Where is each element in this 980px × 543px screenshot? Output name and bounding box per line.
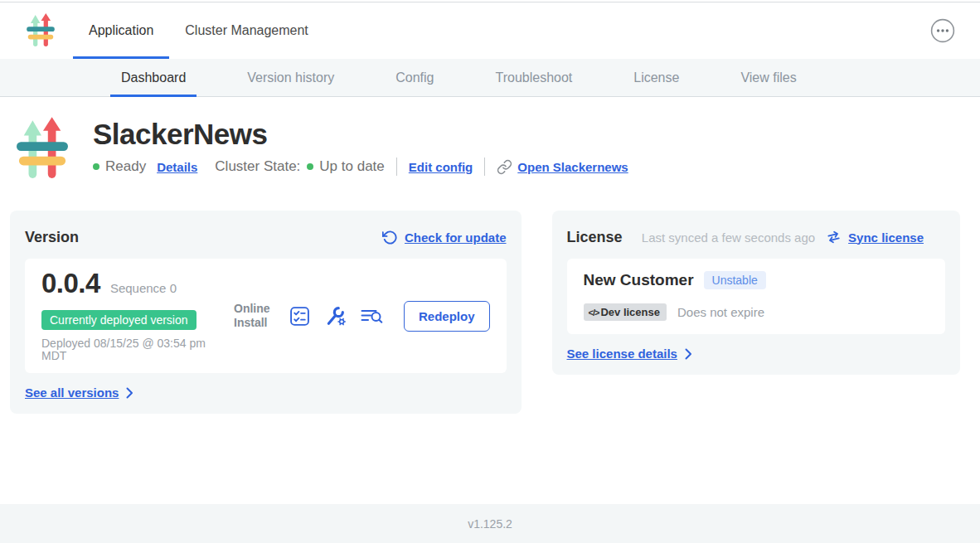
primary-tabs: Application Cluster Management [89, 2, 340, 59]
license-type-tag: </> Dev license [584, 303, 667, 321]
sequence-label: Sequence 0 [110, 274, 177, 303]
current-version-panel: 0.0.4 Sequence 0 Currently deployed vers… [25, 259, 507, 373]
cluster-state-dot [307, 163, 313, 170]
app-icon [17, 117, 68, 182]
last-synced-text: Last synced a few seconds ago [642, 230, 815, 245]
code-icon: </> [589, 308, 599, 318]
channel-badge: Unstable [704, 271, 766, 289]
subnav-version-history-label: Version history [247, 70, 334, 85]
chevron-right-icon [126, 387, 133, 399]
open-app-link[interactable]: Open Slackernews [497, 159, 628, 175]
divider [396, 158, 397, 176]
tab-cluster-management-label: Cluster Management [185, 23, 308, 38]
redeploy-button[interactable]: Redeploy [404, 301, 490, 332]
license-card-title: License [567, 229, 623, 246]
dashboard-cards: Version Check for update 0.0.4 Sequence … [0, 182, 980, 414]
subnav-dashboard[interactable]: Dashboard [121, 59, 186, 96]
swap-arrows-icon [824, 228, 843, 246]
sync-license-link[interactable]: Sync license [848, 230, 924, 245]
app-logo-icon[interactable] [27, 13, 55, 48]
divider [484, 158, 485, 176]
cluster-state-text: Up to date [319, 158, 384, 175]
deployed-timestamp: Deployed 08/15/25 @ 03:54 pm MDT [41, 337, 211, 362]
page-title: SlackerNews [93, 117, 628, 152]
preflight-checks-button[interactable] [289, 306, 310, 327]
license-expiry-text: Does not expire [677, 305, 764, 319]
subnav-version-history[interactable]: Version history [247, 59, 334, 96]
app-status-text: Ready [105, 158, 146, 175]
see-license-details-label: See license details [567, 347, 677, 361]
rotate-ccw-icon [382, 230, 398, 245]
status-details-link[interactable]: Details [157, 160, 197, 174]
app-subnav: Dashboard Version history Config Trouble… [0, 59, 980, 97]
version-card: Version Check for update 0.0.4 Sequence … [10, 211, 522, 414]
subnav-view-files-label: View files [740, 70, 796, 85]
license-card: License Last synced a few seconds ago Sy… [552, 211, 960, 375]
main-content: SlackerNews Ready Details Cluster State:… [0, 97, 980, 414]
version-card-title: Version [25, 229, 79, 246]
deploy-logs-button[interactable] [360, 306, 384, 326]
customer-name: New Customer [584, 271, 694, 289]
check-for-update-link[interactable]: Check for update [405, 230, 507, 245]
subnav-config[interactable]: Config [395, 59, 434, 96]
license-type-label: Dev license [600, 306, 660, 318]
tab-application[interactable]: Application [89, 2, 153, 59]
checklist-icon [289, 306, 310, 327]
edit-config-icon-button[interactable] [324, 305, 346, 327]
see-license-details-link[interactable]: See license details [567, 347, 692, 361]
app-status-row: Ready Details Cluster State: Up to date … [93, 158, 628, 176]
ellipsis-circle-icon [930, 18, 955, 43]
console-version: v1.125.2 [468, 517, 512, 531]
wrench-gear-icon [324, 305, 346, 327]
subnav-config-label: Config [395, 70, 434, 85]
chain-link-icon [497, 159, 512, 175]
see-all-versions-label: See all versions [25, 385, 119, 400]
top-nav: Application Cluster Management [0, 2, 980, 59]
edit-config-link[interactable]: Edit config [409, 160, 473, 174]
tab-application-label: Application [89, 23, 153, 38]
version-number: 0.0.4 [41, 269, 100, 298]
deployed-badge: Currently deployed version [41, 310, 196, 330]
subnav-dashboard-label: Dashboard [121, 70, 186, 85]
install-type-label: Online Install [234, 302, 275, 331]
overflow-menu-button[interactable] [930, 18, 955, 43]
app-status-dot [93, 163, 99, 170]
subnav-license[interactable]: License [633, 59, 679, 96]
subnav-troubleshoot-label: Troubleshoot [495, 70, 572, 85]
license-panel: New Customer Unstable </> Dev license Do… [567, 259, 945, 334]
subnav-view-files[interactable]: View files [740, 59, 796, 96]
subnav-troubleshoot[interactable]: Troubleshoot [495, 59, 572, 96]
tab-cluster-management[interactable]: Cluster Management [185, 2, 308, 59]
chevron-right-icon [685, 348, 692, 360]
see-all-versions-link[interactable]: See all versions [25, 385, 133, 400]
console-footer: v1.125.2 [0, 504, 980, 543]
lines-magnifier-icon [360, 306, 384, 326]
open-app-label: Open Slackernews [517, 160, 628, 174]
subnav-license-label: License [633, 70, 679, 85]
app-header: SlackerNews Ready Details Cluster State:… [0, 97, 980, 182]
cluster-state-label: Cluster State: [215, 158, 300, 175]
